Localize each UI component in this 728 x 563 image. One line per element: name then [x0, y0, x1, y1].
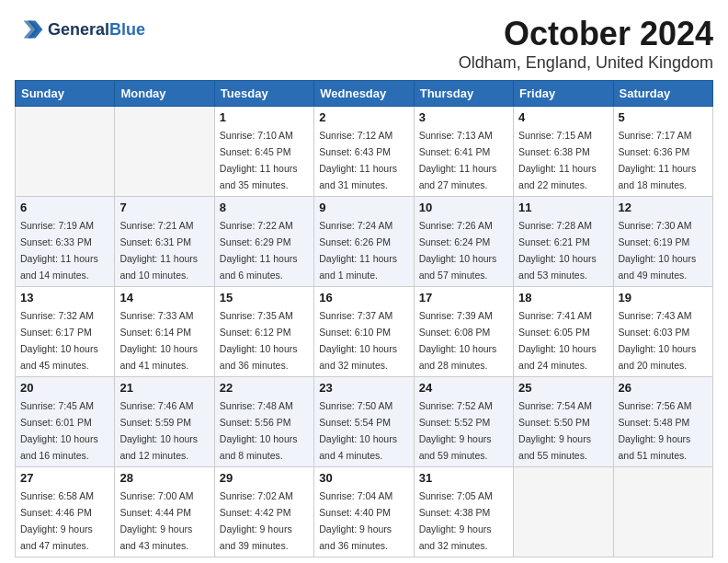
header-cell-friday: Friday	[514, 81, 613, 107]
day-number: 31	[419, 471, 508, 485]
calendar-cell: 13Sunrise: 7:32 AMSunset: 6:17 PMDayligh…	[16, 287, 115, 377]
day-info: Sunrise: 7:33 AMSunset: 6:14 PMDaylight:…	[119, 310, 198, 371]
day-info: Sunrise: 7:13 AMSunset: 6:41 PMDaylight:…	[419, 130, 497, 190]
header-row: SundayMondayTuesdayWednesdayThursdayFrid…	[16, 81, 713, 107]
calendar-cell: 3Sunrise: 7:13 AMSunset: 6:41 PMDaylight…	[414, 107, 513, 197]
day-number: 30	[319, 471, 408, 485]
day-info: Sunrise: 7:48 AMSunset: 5:56 PMDaylight:…	[220, 400, 298, 461]
month-title: October 2024	[459, 15, 713, 53]
day-info: Sunrise: 7:21 AMSunset: 6:31 PMDaylight:…	[119, 220, 198, 281]
day-number: 23	[319, 381, 408, 395]
day-number: 10	[419, 201, 508, 214]
day-info: Sunrise: 7:30 AMSunset: 6:19 PMDaylight:…	[619, 220, 697, 281]
calendar-cell	[115, 107, 214, 197]
calendar-cell: 27Sunrise: 6:58 AMSunset: 4:46 PMDayligh…	[16, 467, 115, 557]
day-number: 22	[220, 381, 309, 395]
day-info: Sunrise: 6:58 AMSunset: 4:46 PMDaylight:…	[20, 490, 94, 551]
header-cell-monday: Monday	[115, 81, 214, 107]
day-info: Sunrise: 7:39 AMSunset: 6:08 PMDaylight:…	[419, 310, 497, 371]
day-info: Sunrise: 7:24 AMSunset: 6:26 PMDaylight:…	[319, 220, 397, 281]
day-info: Sunrise: 7:22 AMSunset: 6:29 PMDaylight:…	[220, 220, 298, 281]
day-number: 27	[20, 471, 109, 485]
day-info: Sunrise: 7:32 AMSunset: 6:17 PMDaylight:…	[20, 310, 98, 371]
calendar-cell: 23Sunrise: 7:50 AMSunset: 5:54 PMDayligh…	[314, 377, 414, 467]
calendar-cell: 14Sunrise: 7:33 AMSunset: 6:14 PMDayligh…	[115, 287, 214, 377]
logo-icon	[15, 15, 44, 44]
calendar-week-row: 6Sunrise: 7:19 AMSunset: 6:33 PMDaylight…	[16, 197, 713, 287]
calendar-week-row: 13Sunrise: 7:32 AMSunset: 6:17 PMDayligh…	[16, 287, 713, 377]
day-info: Sunrise: 7:19 AMSunset: 6:33 PMDaylight:…	[20, 220, 98, 281]
calendar-cell: 28Sunrise: 7:00 AMSunset: 4:44 PMDayligh…	[115, 467, 214, 557]
calendar-cell: 9Sunrise: 7:24 AMSunset: 6:26 PMDaylight…	[314, 197, 414, 287]
calendar-cell: 16Sunrise: 7:37 AMSunset: 6:10 PMDayligh…	[314, 287, 414, 377]
day-info: Sunrise: 7:35 AMSunset: 6:12 PMDaylight:…	[220, 310, 298, 371]
day-number: 7	[119, 201, 209, 214]
calendar-week-row: 27Sunrise: 6:58 AMSunset: 4:46 PMDayligh…	[16, 467, 713, 557]
calendar-cell: 18Sunrise: 7:41 AMSunset: 6:05 PMDayligh…	[514, 287, 613, 377]
day-number: 3	[419, 110, 508, 124]
day-info: Sunrise: 7:45 AMSunset: 6:01 PMDaylight:…	[20, 400, 98, 461]
day-number: 20	[20, 381, 109, 395]
calendar-cell: 29Sunrise: 7:02 AMSunset: 4:42 PMDayligh…	[214, 467, 313, 557]
day-info: Sunrise: 7:54 AMSunset: 5:50 PMDaylight:…	[518, 400, 592, 461]
day-number: 15	[220, 291, 309, 304]
day-number: 21	[119, 381, 209, 395]
day-number: 28	[119, 471, 209, 485]
day-number: 6	[20, 201, 109, 214]
calendar-cell: 25Sunrise: 7:54 AMSunset: 5:50 PMDayligh…	[514, 377, 613, 467]
calendar-cell	[514, 467, 613, 557]
day-number: 24	[419, 381, 508, 395]
calendar-table: SundayMondayTuesdayWednesdayThursdayFrid…	[15, 80, 713, 557]
calendar-cell: 15Sunrise: 7:35 AMSunset: 6:12 PMDayligh…	[214, 287, 313, 377]
location-title: Oldham, England, United Kingdom	[459, 53, 713, 73]
day-number: 4	[518, 110, 608, 124]
day-number: 17	[419, 291, 508, 304]
day-number: 14	[119, 291, 209, 304]
calendar-week-row: 20Sunrise: 7:45 AMSunset: 6:01 PMDayligh…	[16, 377, 713, 467]
calendar-cell	[613, 467, 712, 557]
day-info: Sunrise: 7:00 AMSunset: 4:44 PMDaylight:…	[119, 490, 193, 551]
calendar-cell: 12Sunrise: 7:30 AMSunset: 6:19 PMDayligh…	[613, 197, 712, 287]
day-number: 5	[619, 110, 708, 124]
header-cell-saturday: Saturday	[613, 81, 712, 107]
day-number: 1	[220, 110, 309, 124]
day-number: 26	[619, 381, 708, 395]
title-section: October 2024 Oldham, England, United Kin…	[459, 15, 713, 73]
calendar-cell: 20Sunrise: 7:45 AMSunset: 6:01 PMDayligh…	[16, 377, 115, 467]
logo-text-general: General	[48, 20, 109, 39]
header-cell-thursday: Thursday	[414, 81, 513, 107]
calendar-cell: 22Sunrise: 7:48 AMSunset: 5:56 PMDayligh…	[214, 377, 313, 467]
calendar-cell: 5Sunrise: 7:17 AMSunset: 6:36 PMDaylight…	[613, 107, 712, 197]
day-info: Sunrise: 7:15 AMSunset: 6:38 PMDaylight:…	[518, 130, 597, 190]
day-info: Sunrise: 7:26 AMSunset: 6:24 PMDaylight:…	[419, 220, 497, 281]
calendar-cell: 31Sunrise: 7:05 AMSunset: 4:38 PMDayligh…	[414, 467, 513, 557]
day-info: Sunrise: 7:12 AMSunset: 6:43 PMDaylight:…	[319, 130, 397, 190]
day-info: Sunrise: 7:52 AMSunset: 5:52 PMDaylight:…	[419, 400, 493, 461]
calendar-cell: 11Sunrise: 7:28 AMSunset: 6:21 PMDayligh…	[514, 197, 613, 287]
day-info: Sunrise: 7:10 AMSunset: 6:45 PMDaylight:…	[220, 130, 298, 190]
calendar-cell: 6Sunrise: 7:19 AMSunset: 6:33 PMDaylight…	[16, 197, 115, 287]
day-number: 29	[220, 471, 309, 485]
header-cell-wednesday: Wednesday	[314, 81, 414, 107]
day-info: Sunrise: 7:28 AMSunset: 6:21 PMDaylight:…	[518, 220, 597, 281]
calendar-cell: 30Sunrise: 7:04 AMSunset: 4:40 PMDayligh…	[314, 467, 414, 557]
day-info: Sunrise: 7:46 AMSunset: 5:59 PMDaylight:…	[119, 400, 198, 461]
day-info: Sunrise: 7:17 AMSunset: 6:36 PMDaylight:…	[619, 130, 697, 190]
calendar-cell: 1Sunrise: 7:10 AMSunset: 6:45 PMDaylight…	[214, 107, 313, 197]
day-info: Sunrise: 7:43 AMSunset: 6:03 PMDaylight:…	[619, 310, 697, 371]
calendar-cell: 2Sunrise: 7:12 AMSunset: 6:43 PMDaylight…	[314, 107, 414, 197]
calendar-cell: 24Sunrise: 7:52 AMSunset: 5:52 PMDayligh…	[414, 377, 513, 467]
calendar-cell: 10Sunrise: 7:26 AMSunset: 6:24 PMDayligh…	[414, 197, 513, 287]
day-number: 18	[518, 291, 608, 304]
calendar-cell: 4Sunrise: 7:15 AMSunset: 6:38 PMDaylight…	[514, 107, 613, 197]
day-info: Sunrise: 7:02 AMSunset: 4:42 PMDaylight:…	[220, 490, 293, 551]
day-number: 25	[518, 381, 608, 395]
day-number: 12	[619, 201, 708, 214]
day-number: 11	[518, 201, 608, 214]
day-number: 2	[319, 110, 408, 124]
calendar-cell: 26Sunrise: 7:56 AMSunset: 5:48 PMDayligh…	[613, 377, 712, 467]
calendar-cell: 8Sunrise: 7:22 AMSunset: 6:29 PMDaylight…	[214, 197, 313, 287]
day-info: Sunrise: 7:41 AMSunset: 6:05 PMDaylight:…	[518, 310, 597, 371]
header-cell-sunday: Sunday	[16, 81, 115, 107]
day-info: Sunrise: 7:37 AMSunset: 6:10 PMDaylight:…	[319, 310, 397, 371]
